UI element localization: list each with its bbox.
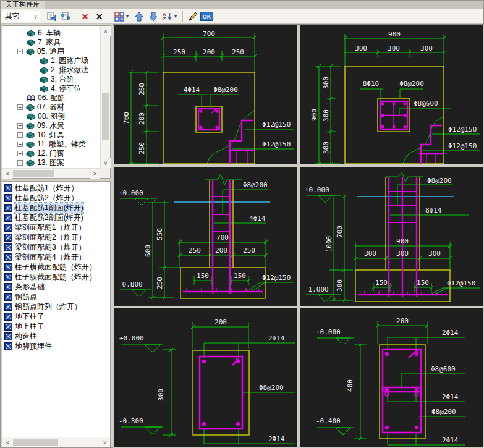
page-replace-icon [60,12,71,22]
svg-text:300: 300 [322,77,330,89]
expand-icon[interactable]: + [17,132,23,138]
scroll-left-button[interactable]: < [2,169,12,179]
rebar [358,177,448,297]
svg-text:900: 900 [388,30,401,38]
edit-button[interactable] [186,11,199,23]
list-item[interactable]: 柱基配筋2剖面(炸开) [2,213,110,222]
scrollbar-thumb[interactable] [13,170,54,177]
scroll-down-button[interactable]: ∨ [101,158,111,168]
preview-column1[interactable]: 200 ±0.000 -0.300 300 2Φ14 Φ8@200 2Φ14 [114,308,297,447]
expand-icon[interactable]: + [17,151,23,156]
tree-item-doors-windows[interactable]: +12. 门窗 [2,149,100,158]
list-item[interactable]: 柱基配筋2（炸开） [2,193,110,203]
list-item-label: 柱基配筋2剖面(炸开) [15,213,83,223]
tree-item-parking[interactable]: 4. 停车位 [2,84,100,93]
preview-column2[interactable]: 200 ±0.000 -0.400 400 2Φ14 Φ8@600 2Φ14 Φ… [300,308,483,447]
list-item[interactable]: 地脚预埋件 [2,341,110,351]
move-down-button[interactable] [146,11,159,23]
preview-section2[interactable]: ±0.000 -1.000 1000 700 300 900 300 300 3… [300,167,483,306]
list-item[interactable]: 梁剖面配筋2（炸开） [2,232,110,242]
preview-section1[interactable]: ±0.000 -0.800 600 550 250 700 250 200 25… [114,167,297,306]
sort-button[interactable]: AZ [161,11,174,23]
svg-text:250: 250 [243,247,255,255]
list-item[interactable]: 梁剖面配筋3（炸开） [2,242,110,252]
collapse-icon[interactable]: - [17,49,23,54]
list-item-label: 柱基配筋1剖面(炸开) [15,203,83,213]
delete-button[interactable]: ✕ [79,11,91,23]
list-item[interactable]: 柱子横截面配筋（炸开） [2,262,110,272]
titlebar: 天正构件库 [1,1,483,9]
book-icon [27,39,35,46]
tree-item-general[interactable]: -05. 通用 [2,47,100,56]
list-item[interactable]: 条形基础 [2,282,110,292]
remove-button[interactable]: ✕ [93,11,106,23]
tree-item-furniture[interactable]: 7. 家具 [2,38,100,47]
expand-icon[interactable]: + [17,123,23,129]
tree-item-vehicles[interactable]: 6. 车辆 [2,28,100,38]
dimension-text: 200 ±0.000 -0.400 400 2Φ14 Φ8@600 2Φ14 Φ… [316,317,459,444]
svg-text:900: 900 [396,237,409,245]
tree-item-garden-path[interactable]: 1. 园路广场 [2,56,100,66]
list-horizontal-scrollbar[interactable]: < > [2,437,110,447]
svg-text:8Φ16: 8Φ16 [363,80,380,88]
list-item-label: 地脚预埋件 [15,341,52,352]
list-item[interactable]: 柱子纵截面配筋（炸开） [2,272,110,282]
list-item[interactable]: 钢筋点阵列（炸开） [2,302,110,311]
replace-in-library-button[interactable] [59,11,72,23]
list-item[interactable]: 构造柱 [2,331,110,341]
window-title-tab[interactable]: 天正构件库 [1,1,45,9]
preview-plan2[interactable]: 900 300 300 300 900 300 300 300 8Φ16 Φ8@… [300,25,483,164]
category-dropdown[interactable]: 其它 ∨ [2,11,40,22]
svg-text:-0.800: -0.800 [118,281,143,289]
svg-text:Φ8@200: Φ8@200 [243,181,268,189]
tree-item-waterscape[interactable]: +09. 水景 [2,121,100,130]
move-up-button[interactable] [132,11,145,23]
svg-text:Φ12@150: Φ12@150 [262,140,291,148]
list-item[interactable]: 地上柱子 [2,321,110,331]
view-mode-button[interactable] [113,11,125,23]
component-library-window: 天正构件库 其它 ∨ ✕ ✕ [0,0,484,448]
view-mode-dropdown-arrow[interactable]: ▾ [126,14,132,19]
tree-item-patterns[interactable]: +13. 图案 [2,158,100,167]
list-item[interactable]: 地下柱子 [2,311,110,321]
tree-vertical-scrollbar[interactable]: ∧ ∨ [100,26,110,168]
block-icon [4,234,12,242]
book-icon [26,122,35,130]
sort-dropdown-arrow[interactable]: ▾ [174,14,180,19]
store-to-library-button[interactable] [45,11,57,23]
expand-icon[interactable]: + [17,104,23,110]
preview-plan1[interactable]: 700 250 200 250 700 250 200 250 4Φ14 Φ8@… [114,25,297,164]
svg-text:±0.000: ±0.000 [119,189,143,197]
book-icon [27,30,35,37]
list-item-label: 梁剖面配筋4（炸开） [15,252,86,263]
tree-item-equipment[interactable]: +07. 器材 [2,103,100,112]
list-item-label: 梁剖面配筋3（炸开） [15,242,86,253]
list-item[interactable]: 梁剖面配筋1（炸开） [2,222,110,232]
scroll-left-button[interactable]: < [2,437,12,447]
scroll-right-button[interactable]: > [90,169,100,179]
tree-item-sculpture[interactable]: +11. 雕塑、钵类 [2,140,100,149]
list-item[interactable]: 柱基配筋1（炸开） [2,183,110,193]
svg-text:700: 700 [336,226,344,238]
scrollbar-thumb[interactable] [13,439,58,446]
expand-icon[interactable]: + [17,142,23,147]
expand-icon[interactable]: + [17,160,23,166]
list-item[interactable]: 梁剖面配筋4（炸开） [2,252,110,262]
list-item-selected[interactable]: 柱基配筋1剖面(炸开) [2,203,110,213]
ok-button[interactable]: OK [200,11,213,23]
svg-text:700: 700 [122,112,130,124]
scrollbar-thumb[interactable] [102,93,109,140]
block-icon [4,243,12,251]
list-item[interactable]: 钢筋点 [2,292,110,302]
scroll-right-button[interactable]: > [100,437,110,447]
tree-item-lighting[interactable]: +10. 灯具 [2,130,100,140]
svg-text:-1.000: -1.000 [304,285,329,294]
scroll-up-button[interactable]: ∧ [101,26,111,36]
tree-item-drainage[interactable]: 2. 排水做法 [2,66,100,75]
tree-item-rebar[interactable]: 06. 配筋 [2,93,100,103]
tree-item-legend[interactable]: 08. 图例 [2,112,100,121]
tree-item-steps[interactable]: 3. 台阶 [2,75,100,84]
svg-text:700: 700 [216,234,229,242]
list-item-label: 柱基配筋1（炸开） [15,183,79,193]
tree-horizontal-scrollbar[interactable]: < > [2,168,100,178]
